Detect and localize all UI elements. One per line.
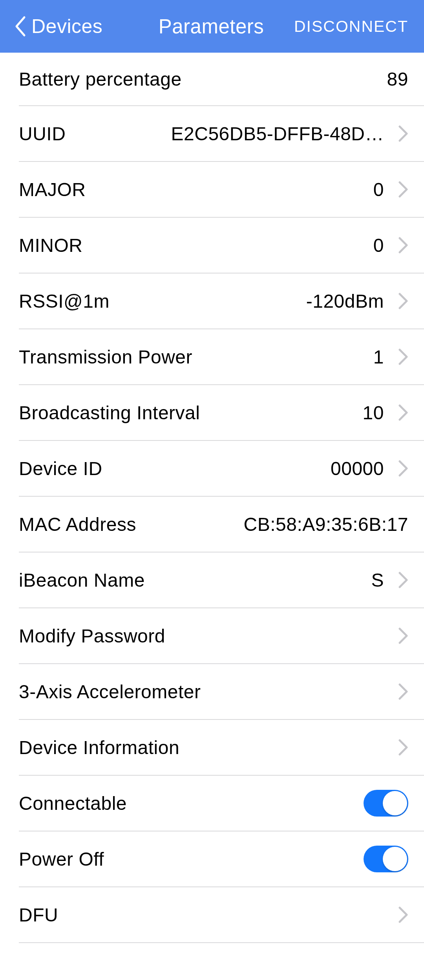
row-label: Connectable (19, 793, 127, 814)
chevron-right-icon (398, 181, 408, 198)
row-accelerometer[interactable]: 3-Axis Accelerometer (19, 664, 424, 720)
row-label: MAJOR (19, 179, 86, 200)
row-label: Battery percentage (19, 68, 182, 90)
chevron-right-icon (398, 571, 408, 589)
row-value: 00000 (331, 458, 384, 479)
back-label: Devices (31, 15, 102, 38)
row-label: Device ID (19, 458, 102, 479)
row-label: 3-Axis Accelerometer (19, 681, 201, 703)
row-ibeacon-name[interactable]: iBeacon Name S (19, 552, 424, 608)
row-value: 89 (387, 68, 408, 90)
row-label: DFU (19, 904, 58, 926)
row-rssi[interactable]: RSSI@1m -120dBm (19, 273, 424, 329)
row-label: Transmission Power (19, 346, 192, 368)
row-power-off: Power Off (19, 831, 424, 887)
row-value: -120dBm (306, 290, 384, 312)
header-bar: Devices Parameters DISCONNECT (0, 0, 424, 53)
row-mac-address: MAC Address CB:58:A9:35:6B:17 (19, 497, 424, 552)
row-label: Device Information (19, 737, 179, 758)
row-battery: Battery percentage 89 (19, 53, 424, 106)
row-value: 0 (373, 235, 384, 256)
row-broadcast-interval[interactable]: Broadcasting Interval 10 (19, 385, 424, 441)
chevron-right-icon (398, 404, 408, 421)
row-device-information[interactable]: Device Information (19, 720, 424, 776)
row-connectable: Connectable (19, 776, 424, 831)
row-label: Modify Password (19, 625, 165, 647)
chevron-right-icon (398, 292, 408, 310)
chevron-right-icon (398, 348, 408, 365)
row-device-id[interactable]: Device ID 00000 (19, 441, 424, 497)
row-label: Broadcasting Interval (19, 402, 200, 424)
chevron-right-icon (398, 125, 408, 142)
row-dfu[interactable]: DFU (19, 887, 424, 943)
page-title: Parameters (159, 15, 264, 38)
row-value: 1 (373, 346, 384, 368)
chevron-right-icon (398, 739, 408, 756)
row-value: CB:58:A9:35:6B:17 (244, 514, 408, 535)
chevron-right-icon (398, 906, 408, 923)
row-uuid[interactable]: UUID E2C56DB5-DFFB-48D… (19, 106, 424, 162)
row-modify-password[interactable]: Modify Password (19, 608, 424, 664)
row-tx-power[interactable]: Transmission Power 1 (19, 329, 424, 385)
disconnect-button[interactable]: DISCONNECT (291, 17, 408, 36)
chevron-right-icon (398, 627, 408, 644)
row-value: E2C56DB5-DFFB-48D… (171, 123, 384, 145)
row-major[interactable]: MAJOR 0 (19, 162, 424, 218)
row-label: UUID (19, 123, 66, 145)
row-label: RSSI@1m (19, 290, 110, 312)
row-label: MINOR (19, 235, 82, 256)
back-button[interactable]: Devices (14, 15, 132, 38)
power-off-toggle[interactable] (364, 846, 408, 872)
row-minor[interactable]: MINOR 0 (19, 218, 424, 273)
parameters-list: Battery percentage 89 UUID E2C56DB5-DFFB… (0, 53, 424, 943)
row-label: MAC Address (19, 514, 136, 535)
row-label: Power Off (19, 848, 104, 870)
row-value: S (371, 569, 384, 591)
chevron-right-icon (398, 460, 408, 477)
row-value: 0 (373, 179, 384, 200)
chevron-right-icon (398, 237, 408, 254)
row-value: 10 (363, 402, 384, 424)
chevron-right-icon (398, 683, 408, 700)
row-label: iBeacon Name (19, 569, 145, 591)
chevron-left-icon (14, 16, 26, 37)
connectable-toggle[interactable] (364, 790, 408, 817)
